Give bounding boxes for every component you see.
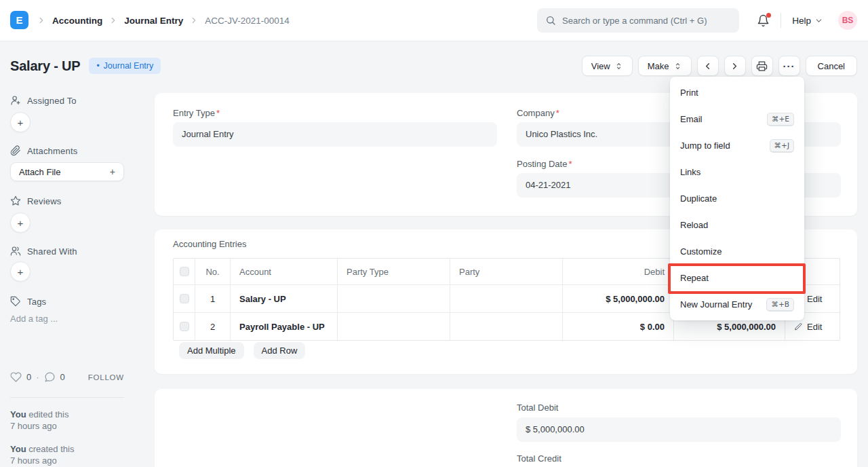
chevron-right-icon: [37, 16, 46, 25]
menu-item-customize[interactable]: Customize: [670, 238, 804, 265]
navbar: E Accounting Journal Entry ACC-JV-2021-0…: [0, 0, 868, 41]
tags-section: Tags: [10, 296, 46, 307]
menu-item-duplicate[interactable]: Duplicate: [670, 185, 804, 212]
follow-button[interactable]: FOLLOW: [88, 373, 124, 381]
users-icon: [10, 246, 21, 257]
row-checkbox[interactable]: [180, 294, 189, 303]
page-actions: View Make ··· Cancel: [582, 56, 857, 76]
menu-item-label: Links: [680, 167, 701, 177]
add-review-button[interactable]: +: [10, 212, 31, 233]
add-row-button[interactable]: Add Row: [254, 342, 306, 359]
select-arrows-icon: [614, 62, 623, 71]
edit-label: Edit: [807, 294, 822, 304]
search-input[interactable]: Search or type a command (Ctrl + G): [537, 8, 739, 33]
col-debit: Debit: [563, 259, 674, 284]
assigned-to-label: Assigned To: [27, 96, 77, 106]
total-credit-label: Total Credit: [517, 453, 561, 464]
make-button-label: Make: [648, 61, 669, 71]
select-all-checkbox[interactable]: [180, 267, 189, 276]
posting-date-label: Posting Date*: [517, 159, 572, 169]
entry-type-label: Entry Type*: [173, 108, 220, 118]
total-debit-label: Total Debit: [517, 403, 558, 413]
search-icon: [545, 15, 556, 26]
add-share-button[interactable]: +: [10, 261, 31, 282]
app-logo[interactable]: E: [10, 11, 28, 29]
attach-file-label: Attach File: [19, 167, 60, 177]
party-cell[interactable]: [450, 313, 563, 340]
chevron-right-icon: [730, 61, 740, 71]
activity-user: You: [10, 444, 26, 454]
activity-user: You: [10, 409, 26, 419]
company-label: Company*: [517, 108, 559, 118]
menu-item-new-journal-entry[interactable]: New Journal Entry⌘+B: [670, 291, 804, 318]
navbar-divider: [781, 13, 781, 28]
cancel-button[interactable]: Cancel: [806, 56, 857, 76]
badge-dot-icon: •: [96, 61, 99, 71]
add-tag-input[interactable]: Add a tag ...: [10, 314, 58, 324]
activity-time: 7 hours ago: [10, 455, 57, 466]
attach-file-button[interactable]: Attach File +: [10, 162, 124, 181]
add-multiple-button[interactable]: Add Multiple: [179, 342, 244, 359]
entry-type-input[interactable]: Journal Entry: [173, 122, 497, 147]
menu-item-label: New Journal Entry: [680, 299, 752, 310]
heart-icon[interactable]: [10, 371, 22, 383]
more-actions-menu: Print Email⌘+E Jump to field⌘+J Links Du…: [670, 77, 804, 320]
menu-item-print[interactable]: Print: [670, 79, 804, 106]
menu-item-jump-to-field[interactable]: Jump to field⌘+J: [670, 132, 804, 159]
next-document-button[interactable]: [724, 56, 746, 76]
view-button[interactable]: View: [582, 56, 633, 76]
plus-icon: +: [110, 166, 115, 177]
comment-icon[interactable]: [44, 371, 56, 383]
menu-item-label: Reload: [680, 220, 708, 230]
menu-item-label: Customize: [680, 246, 722, 257]
menu-item-label: Duplicate: [680, 193, 717, 204]
party-type-cell[interactable]: [338, 313, 450, 340]
row-checkbox[interactable]: [180, 322, 189, 331]
shortcut-badge: ⌘+J: [770, 139, 794, 153]
totals-card: Total Debit $ 5,000,000.00 Total Credit: [155, 389, 857, 467]
col-party-type: Party Type: [338, 259, 450, 284]
activity-action: created this: [28, 444, 74, 454]
status-badge: • Journal Entry: [89, 58, 161, 74]
menu-item-links[interactable]: Links: [670, 159, 804, 185]
avatar[interactable]: BS: [838, 11, 857, 30]
comments-count: 0: [60, 372, 65, 382]
journal-entry-page: E Accounting Journal Entry ACC-JV-2021-0…: [0, 0, 868, 467]
notification-dot: [766, 13, 771, 18]
assigned-to-section: Assigned To: [10, 95, 77, 106]
party-type-cell[interactable]: [338, 285, 450, 312]
notifications-bell-icon[interactable]: [757, 14, 770, 27]
user-plus-icon: [10, 95, 21, 106]
help-menu[interactable]: Help: [792, 16, 823, 26]
edit-label: Edit: [807, 322, 822, 332]
menu-item-email[interactable]: Email⌘+E: [670, 106, 804, 132]
menu-item-repeat[interactable]: Repeat: [670, 265, 804, 291]
reviews-label: Reviews: [27, 196, 62, 206]
activity-action: edited this: [28, 409, 68, 419]
shortcut-badge: ⌘+B: [766, 298, 794, 312]
debit-cell[interactable]: $ 0.00: [563, 313, 674, 340]
print-button[interactable]: [751, 56, 773, 76]
previous-document-button[interactable]: [697, 56, 719, 76]
debit-cell[interactable]: $ 5,000,000.00: [563, 285, 674, 312]
breadcrumb-journal-entry[interactable]: Journal Entry: [124, 16, 183, 26]
party-cell[interactable]: [450, 285, 563, 312]
menu-item-reload[interactable]: Reload: [670, 212, 804, 238]
row-number: 2: [195, 313, 231, 340]
social-row: 0 · 0 FOLLOW: [10, 371, 124, 383]
breadcrumb-accounting[interactable]: Accounting: [52, 16, 102, 26]
account-cell[interactable]: Payroll Payable - UP: [231, 313, 338, 340]
more-menu-button[interactable]: ···: [778, 56, 800, 76]
add-assignment-button[interactable]: +: [10, 112, 31, 132]
paperclip-icon: [10, 145, 21, 156]
account-cell[interactable]: Salary - UP: [231, 285, 338, 312]
activity-entry: You edited this 7 hours ago: [10, 409, 68, 432]
tag-icon: [10, 296, 21, 307]
make-button[interactable]: Make: [638, 56, 692, 76]
menu-item-label: Repeat: [680, 273, 709, 283]
likes-count: 0: [26, 372, 31, 382]
select-arrows-icon: [673, 62, 682, 71]
col-party: Party: [450, 259, 563, 284]
sidebar-divider: [10, 397, 124, 398]
attachments-section: Attachments: [10, 145, 77, 156]
